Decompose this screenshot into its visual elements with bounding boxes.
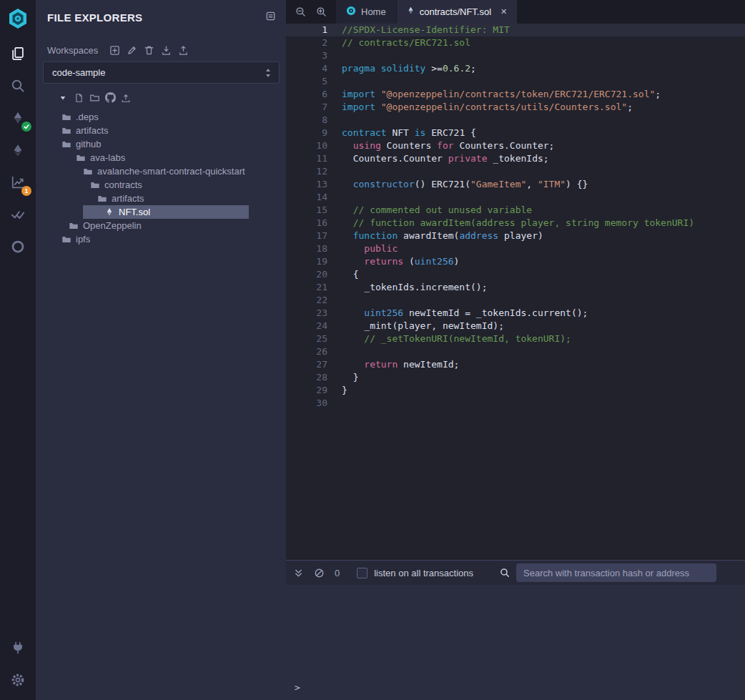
- terminal-prompt: >: [295, 682, 300, 693]
- code-line-5[interactable]: 5: [286, 75, 745, 88]
- tab-home-label: Home: [361, 6, 386, 17]
- icon-sidebar-bottom: [0, 631, 36, 700]
- terminal-toolbar: 0 listen on all transactions: [286, 560, 745, 585]
- remix-logo-icon[interactable]: [0, 0, 36, 37]
- file-explorer-panel: FILE EXPLORERS Workspaces: [36, 0, 286, 700]
- tree-item--deps[interactable]: .deps: [36, 110, 286, 124]
- search-icon[interactable]: [0, 69, 36, 102]
- code-line-27[interactable]: 27 return newItemId;: [286, 358, 745, 371]
- code-line-3[interactable]: 3: [286, 49, 745, 62]
- code-editor[interactable]: 1//SPDX-License-Identifier: MIT2// contr…: [286, 24, 745, 560]
- code-line-9[interactable]: 9contract NFT is ERC721 {: [286, 127, 745, 139]
- zoom-in-icon[interactable]: [316, 6, 327, 17]
- code-line-30[interactable]: 30: [286, 397, 745, 410]
- code-line-26[interactable]: 26: [286, 345, 745, 358]
- close-tab-icon[interactable]: ✕: [500, 7, 507, 16]
- collapse-caret-icon[interactable]: [57, 94, 69, 102]
- tab-nft-sol-label: contracts/NFT.sol: [420, 6, 491, 17]
- code-line-11[interactable]: 11 Counters.Counter private _tokenIds;: [286, 152, 745, 165]
- panel-header: FILE EXPLORERS: [36, 0, 286, 24]
- terminal[interactable]: >: [286, 585, 745, 700]
- workspaces-label: Workspaces: [47, 45, 98, 56]
- tree-item-contracts[interactable]: contracts: [36, 178, 286, 192]
- tree-item-artifacts[interactable]: artifacts: [36, 192, 286, 205]
- solidity-file-icon: [407, 6, 415, 18]
- tree-item-ava-labs[interactable]: ava-labs: [36, 151, 286, 164]
- zoom-controls: [286, 0, 336, 24]
- workspace-selected-value: code-sample: [52, 67, 105, 78]
- code-line-15[interactable]: 15 // commented out unused variable: [286, 204, 745, 217]
- code-line-25[interactable]: 25 // _setTokenURI(newItemId, tokenURI);: [286, 332, 745, 345]
- panel-menu-icon[interactable]: [265, 11, 276, 24]
- create-workspace-icon[interactable]: [109, 45, 120, 56]
- code-line-10[interactable]: 10 using Counters for Counters.Counter;: [286, 139, 745, 152]
- code-line-16[interactable]: 16 // function awardItem(address player,…: [286, 217, 745, 230]
- select-caret-icon: [265, 68, 272, 78]
- unit-testing-icon[interactable]: [0, 198, 36, 230]
- code-line-4[interactable]: 4pragma solidity >=0.6.2;: [286, 62, 745, 75]
- code-line-8[interactable]: 8: [286, 114, 745, 127]
- new-folder-icon[interactable]: [89, 93, 100, 103]
- icon-sidebar-top: 1: [0, 0, 36, 262]
- tree-item-openzeppelin[interactable]: OpenZeppelin: [36, 219, 286, 232]
- workspace-actions: [109, 45, 189, 56]
- terminal-search-input[interactable]: [516, 563, 716, 582]
- tree-toolbar: [36, 84, 286, 106]
- solidity-compiler-icon[interactable]: [0, 102, 36, 134]
- listen-transactions-toggle[interactable]: listen on all transactions: [357, 568, 473, 578]
- code-line-19[interactable]: 19 returns (uint256): [286, 255, 745, 268]
- code-line-12[interactable]: 12: [286, 165, 745, 178]
- analysis-count-badge: 1: [21, 186, 31, 196]
- listen-label: listen on all transactions: [374, 568, 473, 578]
- terminal-search-icon: [500, 568, 510, 578]
- new-file-icon[interactable]: [73, 93, 84, 103]
- remix-app: 1: [0, 0, 745, 700]
- code-line-1[interactable]: 1//SPDX-License-Identifier: MIT: [286, 24, 745, 36]
- editor-tabbar: Home contracts/NFT.sol ✕: [286, 0, 745, 24]
- code-line-2[interactable]: 2// contracts/ERC721.sol: [286, 36, 745, 49]
- tree-item-github[interactable]: github: [36, 137, 286, 151]
- code-line-18[interactable]: 18 public: [286, 242, 745, 255]
- compile-success-badge: [21, 122, 31, 132]
- transaction-count: 0: [335, 568, 340, 578]
- code-line-14[interactable]: 14: [286, 191, 745, 204]
- tree-item-artifacts[interactable]: artifacts: [36, 124, 286, 137]
- code-line-24[interactable]: 24 _mint(player, newItemId);: [286, 320, 745, 332]
- code-line-6[interactable]: 6import "@openzeppelin/contracts/token/E…: [286, 88, 745, 101]
- remix-home-icon: [346, 6, 356, 18]
- delete-workspace-icon[interactable]: [144, 45, 154, 56]
- static-analysis-icon[interactable]: 1: [0, 166, 36, 198]
- panel-title: FILE EXPLORERS: [47, 11, 142, 24]
- code-line-21[interactable]: 21 _tokenIds.increment();: [286, 281, 745, 294]
- expand-terminal-icon[interactable]: [293, 568, 304, 578]
- workspace-select[interactable]: code-sample: [43, 61, 280, 84]
- rename-workspace-icon[interactable]: [127, 45, 137, 56]
- code-line-28[interactable]: 28 }: [286, 371, 745, 384]
- tab-nft-sol[interactable]: contracts/NFT.sol ✕: [397, 0, 518, 24]
- plugin-manager-icon[interactable]: [0, 631, 36, 664]
- code-line-29[interactable]: 29}: [286, 384, 745, 397]
- listen-checkbox[interactable]: [357, 568, 367, 578]
- file-explorer-icon[interactable]: [0, 37, 36, 69]
- deploy-run-icon[interactable]: [0, 134, 36, 166]
- stop-listen-icon[interactable]: [314, 568, 325, 578]
- restore-workspace-icon[interactable]: [178, 45, 189, 56]
- zoom-out-icon[interactable]: [295, 6, 306, 17]
- code-line-20[interactable]: 20 {: [286, 268, 745, 281]
- code-line-23[interactable]: 23 uint256 newItemId = _tokenIds.current…: [286, 307, 745, 320]
- tree-item-nft-sol[interactable]: NFT.sol: [83, 205, 249, 219]
- github-clone-icon[interactable]: [104, 92, 116, 103]
- plugin-circle-icon[interactable]: [0, 230, 36, 262]
- code-line-17[interactable]: 17 function awardItem(address player): [286, 230, 745, 242]
- settings-icon[interactable]: [0, 664, 36, 696]
- publish-icon[interactable]: [120, 93, 132, 103]
- tab-home[interactable]: Home: [336, 0, 397, 24]
- tree-item-ipfs[interactable]: ipfs: [36, 232, 286, 246]
- tree-item-avalanche-smart-contract-quickstart[interactable]: avalanche-smart-contract-quickstart: [36, 164, 286, 178]
- code-line-7[interactable]: 7import "@openzeppelin/contracts/utils/C…: [286, 101, 745, 114]
- code-line-22[interactable]: 22: [286, 294, 745, 307]
- workspaces-row: Workspaces: [36, 45, 286, 56]
- code-line-13[interactable]: 13 constructor() ERC721("GameItem", "ITM…: [286, 178, 745, 191]
- download-workspace-icon[interactable]: [161, 45, 172, 56]
- main-area: Home contracts/NFT.sol ✕ 1//SPDX-License…: [286, 0, 745, 700]
